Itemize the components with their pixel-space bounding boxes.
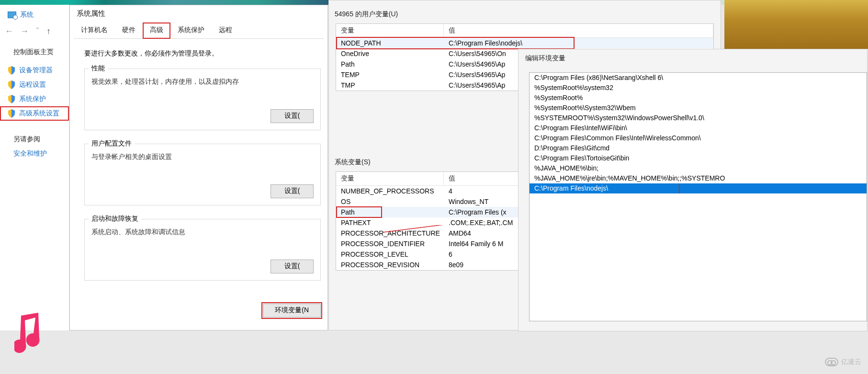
path-entry[interactable]: C:\Program Files\Intel\WiFi\bin\ (530, 123, 867, 133)
back-arrow-icon[interactable]: ← (5, 26, 13, 36)
tab-strip: 计算机名 硬件 高级 系统保护 远程 (74, 22, 324, 39)
sidebar-item-advanced-settings[interactable]: 高级系统设置 (0, 106, 69, 121)
sidebar-item-label: 高级系统设置 (19, 109, 59, 118)
path-entry[interactable]: %JAVA_HOME%\bin; (530, 163, 867, 173)
sidebar-item-device-manager[interactable]: 设备管理器 (0, 63, 69, 78)
var-name: TMP (336, 80, 444, 91)
group-desc: 与登录帐户相关的桌面设置 (91, 153, 314, 161)
group-title: 启动和故障恢复 (89, 215, 141, 223)
path-entry[interactable]: %SYSTEMROOT%\System32\WindowsPowerShell\… (530, 113, 867, 123)
col-value[interactable]: 值 (444, 24, 713, 37)
system-properties-dialog: 系统属性 计算机名 硬件 高级 系统保护 远程 要进行大多数更改，你必须作为管理… (69, 5, 328, 330)
var-name: PROCESSOR_LEVEL (336, 249, 444, 260)
sidebar-item-label: 设备管理器 (19, 66, 53, 75)
group-desc: 系统启动、系统故障和调试信息 (91, 228, 314, 237)
environment-variables-button[interactable]: 环境变量(N (263, 304, 321, 317)
sidebar-item-label: 远程设置 (19, 80, 46, 89)
group-desc: 视觉效果，处理器计划，内存使用，以及虚拟内存 (91, 78, 314, 86)
path-entries-list[interactable]: C:\Program Files (x86)\NetSarang\Xshell … (529, 72, 867, 321)
dialog-title: 编辑环境变量 (519, 49, 867, 72)
sidebar-item-protection[interactable]: 系统保护 (0, 92, 69, 106)
cpl-header: 系统 (0, 5, 69, 22)
shield-icon (8, 95, 15, 103)
var-name: PROCESSOR_IDENTIFIER (336, 238, 444, 249)
user-profiles-group: 用户配置文件 与登录帐户相关的桌面设置 设置( (84, 144, 321, 205)
shield-icon (8, 80, 15, 89)
nav-buttons: ← → ˅ ↑ (0, 22, 69, 43)
var-name: PROCESSOR_REVISION (336, 260, 444, 270)
startup-recovery-group: 启动和故障恢复 系统启动、系统故障和调试信息 设置( (84, 219, 321, 281)
var-name: OS (336, 196, 444, 207)
var-name: Path (336, 59, 444, 69)
var-name: PATHEXT (336, 217, 444, 228)
path-entry[interactable]: %SystemRoot%\System32\Wbem (530, 103, 867, 113)
path-entry[interactable]: %SystemRoot% (530, 93, 867, 103)
path-entry-nodejs[interactable]: C:\Program Files\nodejs\ (530, 183, 867, 193)
edit-env-variable-dialog: 编辑环境变量 C:\Program Files (x86)\NetSarang\… (518, 49, 868, 331)
path-entry[interactable]: C:\Program Files\TortoiseGit\bin (530, 153, 867, 163)
shield-icon (8, 109, 15, 118)
col-variable[interactable]: 变量 (336, 24, 444, 37)
path-entry[interactable]: D:\Program Files\Git\cmd (530, 143, 867, 153)
tab-system-protection[interactable]: 系统保护 (170, 23, 212, 39)
control-panel-home[interactable]: 控制面板主页 (0, 43, 69, 63)
music-app-icon[interactable] (14, 312, 48, 355)
list-header: 变量 值 (336, 24, 713, 38)
var-name: PROCESSOR_ARCHITECTURE (336, 228, 444, 238)
system-icon (8, 11, 16, 18)
var-name: OneDrive (336, 48, 444, 59)
control-panel-sidebar: 系统 ← → ˅ ↑ 控制面板主页 设备管理器 远程设置 系统保护 高级系统设置… (0, 5, 69, 330)
watermark: 亿速云 (825, 358, 861, 366)
recent-chevron-icon[interactable]: ˅ (35, 26, 40, 36)
up-arrow-icon[interactable]: ↑ (46, 26, 51, 36)
performance-group: 性能 视觉效果，处理器计划，内存使用，以及虚拟内存 设置( (84, 68, 321, 130)
user-vars-label: 54965 的用户变量(U) (329, 0, 721, 23)
sidebar-item-label: 系统保护 (19, 95, 46, 103)
path-entry[interactable]: C:\Program Files (x86)\NetSarang\Xshell … (530, 73, 867, 83)
path-entry[interactable]: C:\Program Files\Common Files\Intel\Wire… (530, 133, 867, 143)
tab-hardware[interactable]: 硬件 (115, 23, 143, 39)
var-name: NUMBER_OF_PROCESSORS (336, 186, 444, 196)
var-name: TEMP (336, 69, 444, 80)
var-name: Path (336, 207, 444, 217)
var-value: C:\Program Files\nodejs\ (444, 38, 713, 48)
sidebar-item-remote[interactable]: 远程设置 (0, 78, 69, 92)
tab-advanced[interactable]: 高级 (143, 23, 170, 39)
cpl-title: 系统 (20, 11, 34, 19)
profiles-settings-button[interactable]: 设置( (271, 184, 314, 198)
see-also-heading: 另请参阅 (0, 121, 69, 147)
shield-icon (8, 66, 15, 75)
background-window-fragment (724, 0, 868, 49)
group-title: 用户配置文件 (89, 139, 135, 148)
security-maintenance-link[interactable]: 安全和维护 (0, 147, 69, 160)
user-var-row[interactable]: NODE_PATH C:\Program Files\nodejs\ (336, 38, 713, 48)
group-title: 性能 (89, 64, 108, 73)
forward-arrow-icon[interactable]: → (20, 26, 29, 36)
tab-remote[interactable]: 远程 (212, 23, 239, 39)
path-entry[interactable]: %SystemRoot%\system32 (530, 83, 867, 93)
admin-note: 要进行大多数更改，你必须作为管理员登录。 (84, 49, 321, 58)
var-name: NODE_PATH (336, 38, 444, 48)
startup-settings-button[interactable]: 设置( (271, 260, 314, 273)
tab-computer-name[interactable]: 计算机名 (74, 23, 115, 39)
col-variable[interactable]: 变量 (336, 172, 444, 185)
watermark-text: 亿速云 (841, 358, 861, 366)
performance-settings-button[interactable]: 设置( (271, 109, 314, 123)
dialog-title: 系统属性 (70, 5, 327, 22)
path-entry[interactable]: %JAVA_HOME%\jre\bin;%MAVEN_HOME%\bin;;%S… (530, 173, 867, 183)
watermark-logo-icon (825, 358, 838, 366)
